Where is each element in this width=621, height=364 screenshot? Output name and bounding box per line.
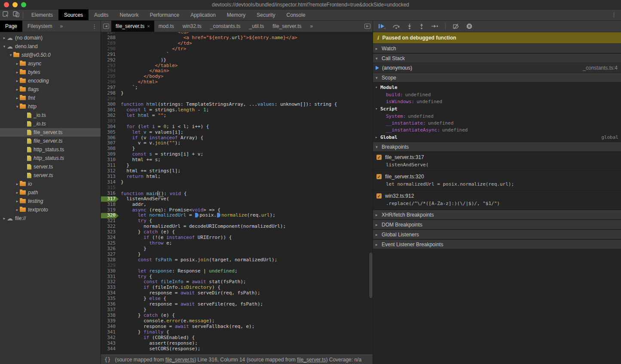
editor-scrollbar[interactable] [369,32,373,355]
breakpoint-checkbox[interactable]: ✓ [376,174,382,179]
code-line[interactable]: 313 return html; [101,174,369,180]
tree-item-http[interactable]: ▾http [0,102,101,111]
line-number[interactable]: 292 [101,58,119,63]
section-header-scope[interactable]: ▾Scope [373,73,621,83]
line-number[interactable]: 301 [101,107,119,113]
section-header-xhr-breakpoints[interactable]: ▸XHR/fetch Breakpoints [373,210,621,220]
code-line[interactable]: 297 `; [101,85,369,91]
line-number[interactable]: 342 [101,335,119,341]
deactivate-breakpoints-icon[interactable] [453,24,459,29]
breakpoint-title-row[interactable]: ✓win32.ts:912 [373,192,621,200]
scope-group-global[interactable]: ▸Globalglobal [373,133,621,141]
navigator-tab-filesystem[interactable]: Filesystem [22,21,57,32]
navigator-tab-page[interactable]: Page [0,21,22,32]
tree-collapsed-arrow-icon[interactable]: ▸ [15,182,20,186]
tree-item-file[interactable]: ▸☁file:// [0,214,101,223]
call-stack-frame[interactable]: (anonymous)_constants.ts:4 [373,63,621,73]
scope-property[interactable]: __instantiate:undefined [373,119,621,126]
scope-property[interactable]: System:undefined [373,113,621,119]
code-line[interactable]: 310 html += s; [101,157,369,163]
tree-item-http-status-ts[interactable]: http_status.ts [0,154,101,162]
panel-tab-sources[interactable]: Sources [58,9,89,20]
code-line[interactable]: 307 v = v.join(""); [101,141,369,146]
tree-item-flags[interactable]: ▸flags [0,85,101,94]
panel-tab-security[interactable]: Security [251,9,281,20]
tree-item-testing[interactable]: ▸testing [0,197,101,205]
section-header-call-stack[interactable]: ▾Call Stack [373,53,621,63]
tree-item-deno-land[interactable]: ▾☁deno.land [0,42,101,51]
code-line[interactable]: 326 } [101,246,369,252]
section-header-watch[interactable]: ▸Watch [373,43,621,53]
tree-collapsed-arrow-icon[interactable]: ▸ [2,216,7,220]
panel-tab-performance[interactable]: Performance [144,9,185,20]
tree-collapsed-arrow-icon[interactable]: ▸ [15,199,20,203]
device-toolbar-icon[interactable] [13,11,19,18]
code-line[interactable]: 296 </html> [101,80,369,85]
panel-tab-elements[interactable]: Elements [26,9,58,20]
tree-collapsed-arrow-icon[interactable]: ▸ [15,87,20,92]
tree-collapsed-arrow-icon[interactable]: ▸ [15,70,20,74]
tree-item-io-ts[interactable]: _io.ts [0,119,101,128]
tree-expanded-arrow-icon[interactable]: ▾ [15,104,20,109]
section-header-breakpoints[interactable]: ▾Breakpoints [373,142,621,152]
line-number[interactable]: 302 [101,113,119,119]
line-number[interactable]: 305 [101,130,119,135]
section-header-global-listeners[interactable]: ▸Global Listeners [373,229,621,239]
source-map-link[interactable]: file_server.ts [297,357,326,363]
source-code-view[interactable]: 287 <td>288 <a href="${entry.url}">${ent… [101,32,369,355]
scope-group-module[interactable]: ▾Module [373,83,621,91]
line-number[interactable]: 327 [101,252,119,257]
editor-tab-file-server-ts[interactable]: file_server.ts× [111,21,154,32]
inspect-element-icon[interactable] [3,11,9,19]
pause-on-exceptions-icon[interactable] [466,23,472,29]
hide-navigator-icon[interactable]: ◀ [101,21,111,32]
line-number[interactable]: 315 [101,185,119,191]
line-number[interactable]: 325 [101,241,119,246]
line-number[interactable]: 289 [101,41,119,46]
tree-item-encoding[interactable]: ▸encoding [0,76,101,85]
pretty-print-icon[interactable]: {} [104,357,110,363]
line-number[interactable]: 313 [101,174,119,180]
breakpoint-title-row[interactable]: ✓file_server.ts:317 [373,153,621,161]
code-line[interactable]: 328 const fsPath = posix.join(target, no… [101,257,369,263]
scope-property[interactable]: build:undefined [373,91,621,98]
step-icon[interactable] [431,24,438,29]
editor-tab-util-ts[interactable]: _util.ts [245,21,269,32]
tree-item-bytes[interactable]: ▸bytes [0,68,101,76]
editor-more-tabs-chevron[interactable]: » [306,21,318,32]
editor-tab-file-server-ts[interactable]: file_server.ts [268,21,306,32]
section-header-dom-breakpoints[interactable]: ▸DOM Breakpoints [373,220,621,229]
tree-collapsed-arrow-icon[interactable]: ▸ [15,61,20,66]
line-number[interactable]: 304 [101,124,119,130]
resume-script-icon[interactable] [378,23,385,29]
code-line[interactable]: 314} [101,180,369,185]
tree-collapsed-arrow-icon[interactable]: ▸ [15,190,20,195]
panel-tab-memory[interactable]: Memory [221,9,251,20]
code-line[interactable]: 315 [101,185,369,191]
tree-item-fmt[interactable]: ▸fmt [0,94,101,102]
tree-item-io-ts[interactable]: _io.ts [0,111,101,119]
line-number[interactable]: 341 [101,330,119,335]
line-number[interactable]: 343 [101,341,119,346]
line-number[interactable]: 340 [101,324,119,330]
editor-tab-constants-ts[interactable]: _constants.ts [206,21,245,32]
breakpoint-code-snippet[interactable]: .replace(/^\/*([A-Za-z]:)(\/|$)/, "$1/") [373,200,621,207]
tree-item-std-v0-50-0[interactable]: ▾std@v0.50.0 [0,51,101,59]
breakpoint-title-row[interactable]: ✓file_server.ts:320 [373,173,621,180]
step-out-icon[interactable] [419,23,424,29]
line-number[interactable]: 316 [101,191,119,196]
source-map-link[interactable]: file_server.ts [165,357,194,363]
tree-item-server-ts[interactable]: server.ts [0,162,101,171]
close-tab-icon[interactable]: × [147,24,150,29]
panel-tab-application[interactable]: Application [185,9,221,20]
tree-expanded-arrow-icon[interactable]: ▾ [8,53,13,57]
breakpoint-code-snippet[interactable]: let normalizedUrl = posix.normalize(req.… [373,180,621,188]
editor-tab-mod-ts[interactable]: mod.ts [154,21,178,32]
tree-item-server-ts[interactable]: server.ts [0,171,101,180]
navigator-more-tabs-chevron[interactable]: » [57,21,65,32]
editor-scrollbar-thumb[interactable] [370,253,372,298]
panel-tab-network[interactable]: Network [114,9,144,20]
tree-collapsed-arrow-icon[interactable]: ▸ [2,36,7,40]
line-number[interactable]: 344 [101,346,119,352]
line-number[interactable]: 314 [101,180,119,185]
